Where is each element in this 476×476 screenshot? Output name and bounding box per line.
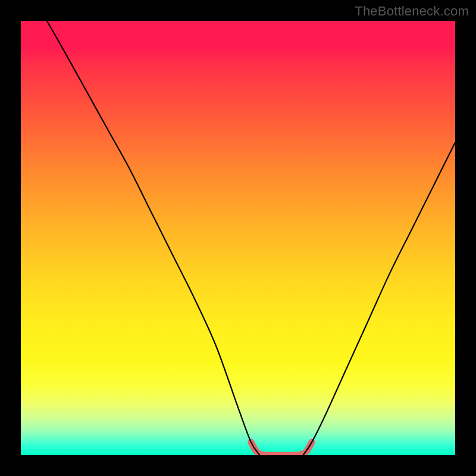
valley-highlight-path xyxy=(251,442,312,455)
curve-layer xyxy=(21,21,455,455)
right-branch-path xyxy=(303,142,456,455)
left-branch-path xyxy=(47,21,260,455)
plot-area xyxy=(21,21,455,455)
chart-frame: TheBottleneck.com xyxy=(0,0,476,476)
watermark-text: TheBottleneck.com xyxy=(355,4,469,19)
